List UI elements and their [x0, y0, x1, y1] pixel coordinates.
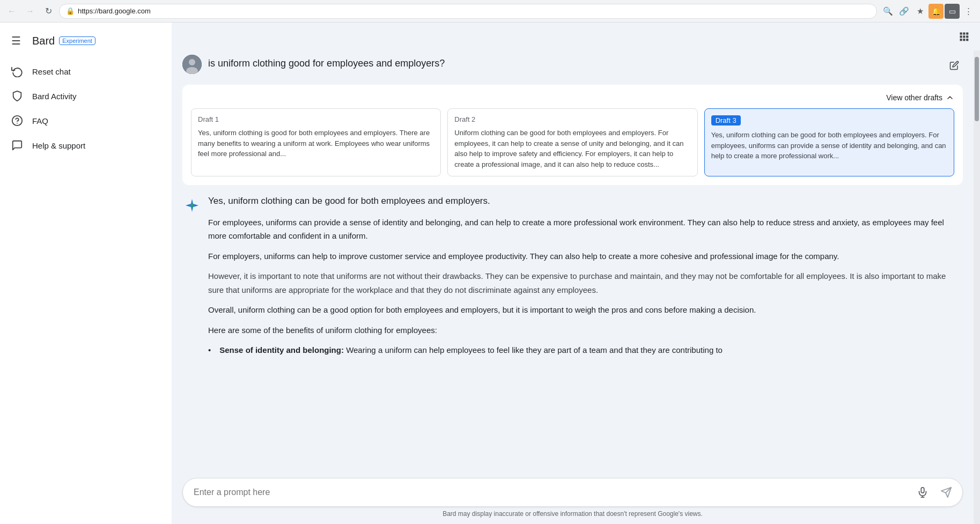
- input-bar: [182, 478, 963, 507]
- draft-card-3[interactable]: Draft 3 Yes, uniform clothing can be goo…: [704, 108, 954, 176]
- bard-para-4: Overall, uniform clothing can be a good …: [208, 303, 963, 317]
- extension-btn-1[interactable]: 🔔: [929, 4, 944, 19]
- draft-1-label: Draft 1: [198, 115, 434, 123]
- reload-button[interactable]: ↻: [41, 4, 56, 19]
- draft-2-text: Uniform clothing can be good for both em…: [454, 128, 690, 169]
- svg-rect-7: [966, 35, 968, 38]
- bard-para-1: For employees, uniforms can provide a se…: [208, 216, 963, 243]
- prompt-input[interactable]: [194, 488, 909, 497]
- draft-3-label: Draft 3: [711, 115, 741, 126]
- draft-2-label: Draft 2: [454, 115, 690, 123]
- user-message-text: is uniform clothing good for employees a…: [208, 55, 939, 69]
- bard-response-content: Yes, uniform clothing can be good for bo…: [208, 194, 963, 359]
- help-support-icon: [11, 139, 24, 151]
- hamburger-button[interactable]: ☰: [6, 31, 26, 50]
- svg-rect-4: [966, 33, 968, 35]
- user-avatar: [182, 55, 202, 74]
- main-inner: is uniform clothing good for employees a…: [172, 50, 980, 524]
- scroll-track[interactable]: [974, 50, 980, 524]
- input-area: Bard may display inaccurate or offensive…: [172, 474, 974, 524]
- bard-response-row: Yes, uniform clothing can be good for bo…: [182, 191, 963, 361]
- menu-button[interactable]: ⋮: [961, 4, 976, 19]
- bullet-item-1: Sense of identity and belonging: Wearing…: [208, 343, 963, 357]
- view-other-drafts-button[interactable]: View other drafts: [886, 93, 954, 102]
- drafts-grid: Draft 1 Yes, uniform clothing is good fo…: [191, 108, 954, 176]
- bard-title: Bard: [32, 35, 55, 47]
- draft-card-2[interactable]: Draft 2 Uniform clothing can be good for…: [447, 108, 697, 176]
- view-drafts-label: View other drafts: [886, 93, 942, 102]
- bard-response-icon: [182, 196, 202, 215]
- lock-icon: 🔒: [66, 7, 75, 15]
- browser-actions: 🔍 🔗 ★ 🔔 ▭ ⋮: [880, 4, 976, 19]
- bard-para-2: For employers, uniforms can help to impr…: [208, 249, 963, 263]
- chat-scroll: is uniform clothing good for employees a…: [172, 50, 974, 524]
- sidebar-item-reset-chat[interactable]: Reset chat: [0, 59, 165, 84]
- app-container: ☰ Bard Experiment Reset chat: [0, 23, 980, 524]
- edit-message-button[interactable]: [946, 57, 963, 74]
- svg-rect-14: [921, 488, 924, 493]
- apps-button[interactable]: [954, 27, 974, 46]
- bullet-content: Sense of identity and belonging: Wearing…: [219, 343, 723, 357]
- sidebar-label-reset-chat: Reset chat: [32, 67, 71, 76]
- chat-container[interactable]: is uniform clothing good for employees a…: [172, 50, 974, 474]
- forward-button[interactable]: →: [23, 4, 38, 19]
- experiment-badge: Experiment: [59, 36, 95, 45]
- microphone-button[interactable]: [913, 483, 932, 502]
- bard-summary: Yes, uniform clothing can be good for bo…: [208, 194, 963, 209]
- sidebar-label-faq: FAQ: [32, 116, 48, 126]
- draft-3-text: Yes, uniform clothing can be good for bo…: [711, 130, 947, 161]
- send-button[interactable]: [937, 483, 956, 502]
- svg-rect-10: [966, 39, 968, 41]
- svg-rect-5: [960, 35, 962, 38]
- bookmark-button[interactable]: ★: [912, 4, 927, 19]
- svg-rect-9: [963, 39, 965, 41]
- browser-bar: ← → ↻ 🔒 https://bard.google.com 🔍 🔗 ★ 🔔 …: [0, 0, 980, 23]
- sidebar-header: ☰ Bard Experiment: [0, 27, 172, 55]
- sidebar-item-help-support[interactable]: Help & support: [0, 133, 165, 158]
- top-header-bar: [172, 23, 980, 50]
- sidebar-nav: Reset chat Bard Activity: [0, 59, 172, 158]
- bard-logo: Bard Experiment: [32, 35, 95, 47]
- svg-rect-2: [960, 33, 962, 35]
- svg-point-12: [189, 59, 195, 65]
- sidebar-label-help-support: Help & support: [32, 141, 85, 150]
- draft-card-1[interactable]: Draft 1 Yes, uniform clothing is good fo…: [191, 108, 441, 176]
- search-icon-btn[interactable]: 🔍: [880, 4, 895, 19]
- disclaimer-text: Bard may display inaccurate or offensive…: [182, 507, 963, 522]
- svg-rect-8: [960, 39, 962, 41]
- sidebar-item-faq[interactable]: FAQ: [0, 108, 165, 133]
- svg-rect-6: [963, 35, 965, 38]
- sidebar-item-bard-activity[interactable]: Bard Activity: [0, 84, 165, 108]
- drafts-section: View other drafts Draft 1 Yes, uniform c…: [182, 85, 963, 185]
- drafts-header: View other drafts: [191, 93, 954, 102]
- url-text: https://bard.google.com: [78, 7, 151, 15]
- reset-chat-icon: [11, 65, 24, 77]
- user-message-row: is uniform clothing good for employees a…: [182, 50, 963, 78]
- bullet-text: Wearing a uniform can help employees to …: [346, 345, 723, 355]
- faq-icon: [11, 115, 24, 127]
- extension-btn-2[interactable]: ▭: [945, 4, 960, 19]
- sidebar: ☰ Bard Experiment Reset chat: [0, 23, 172, 524]
- sidebar-label-bard-activity: Bard Activity: [32, 92, 77, 101]
- bullet-label: Sense of identity and belonging:: [219, 345, 344, 355]
- share-button[interactable]: 🔗: [896, 4, 911, 19]
- bard-para-5: Here are some of the benefits of uniform…: [208, 323, 963, 337]
- bard-activity-icon: [11, 90, 24, 102]
- svg-rect-3: [963, 33, 965, 35]
- draft-1-text: Yes, uniform clothing is good for both e…: [198, 128, 434, 159]
- scroll-thumb[interactable]: [975, 57, 979, 121]
- main-area: is uniform clothing good for employees a…: [172, 23, 980, 524]
- address-bar[interactable]: 🔒 https://bard.google.com: [59, 4, 877, 19]
- bard-para-3: However, it is important to note that un…: [208, 269, 963, 297]
- back-button[interactable]: ←: [4, 4, 19, 19]
